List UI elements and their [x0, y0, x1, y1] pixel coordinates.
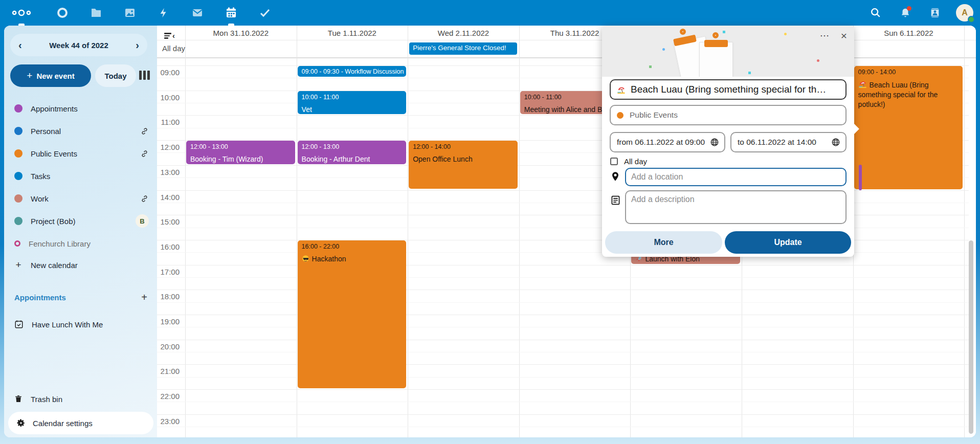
calendar-event[interactable]: 16:00 - 22:00Hackathon [298, 240, 407, 388]
calendar-color-icon [14, 149, 23, 158]
event-title: Vet [302, 105, 403, 115]
grid-line [157, 327, 969, 327]
share-link-icon[interactable] [140, 127, 149, 136]
search-icon[interactable] [865, 0, 886, 26]
location-input[interactable] [625, 168, 847, 186]
view-columns-icon[interactable] [139, 71, 150, 80]
day-header[interactable]: Wed 2.11.2022 [438, 29, 489, 37]
week-title[interactable]: Week 44 of 2022 [49, 41, 108, 50]
grid-line [157, 290, 969, 290]
contacts-app-icon[interactable] [52, 0, 73, 26]
calendar-name: Fenchurch Library [29, 239, 149, 248]
files-app-icon[interactable] [86, 0, 106, 26]
calendar-app-icon[interactable] [221, 0, 241, 26]
next-week-button[interactable]: › [136, 39, 139, 51]
activity-app-icon[interactable] [153, 0, 174, 26]
calendar-color-dot [617, 112, 623, 119]
trash-bin-button[interactable]: Trash bin [4, 390, 147, 408]
calendar-event[interactable]: 12:00 - 13:00Booking - Tim (Wizard) [186, 141, 295, 164]
share-link-icon[interactable] [140, 194, 149, 203]
calendar-color-icon [14, 172, 23, 180]
calendar-event[interactable]: 12:00 - 14:00Open Office Lunch [409, 141, 518, 189]
timezone-globe-icon[interactable] [710, 138, 719, 147]
calendar-event[interactable]: 12:00 - 13:00Booking - Arthur Dent [298, 141, 407, 164]
hour-label: 21:00 [157, 367, 180, 375]
allday-checkbox[interactable]: All day [610, 157, 647, 166]
sidebar-calendar-project-bob-[interactable]: Project (Bob)B [4, 210, 157, 232]
calendar-color-icon [14, 194, 23, 203]
prev-week-button[interactable]: ‹ [18, 39, 22, 51]
day-header[interactable]: Sun 6.11.2022 [884, 29, 933, 37]
hour-label: 16:00 [157, 242, 180, 251]
calendar-color-icon [14, 127, 23, 135]
notifications-bell-icon[interactable] [895, 0, 916, 26]
today-button[interactable]: Today [95, 64, 136, 87]
appointment-item[interactable]: Have Lunch With Me [4, 315, 147, 334]
more-button[interactable]: More [605, 231, 722, 254]
vertical-scrollbar[interactable] [969, 240, 973, 434]
description-icon [611, 195, 620, 205]
grid-line [297, 26, 297, 437]
calendar-name: Work [31, 194, 140, 203]
sidebar-calendar-fenchurch-library[interactable]: Fenchurch Library [4, 232, 157, 255]
allday-event[interactable]: Pierre's General Store Closed! [409, 42, 517, 55]
hour-label: 17:00 [157, 268, 180, 276]
shared-by-badge[interactable]: B [136, 214, 149, 228]
calendar-name: Personal [31, 127, 140, 136]
start-date-field[interactable]: from 06.11.2022 at 09:00 [610, 132, 725, 152]
event-title: Booking - Arthur Dent [302, 154, 403, 164]
hour-label: 09:00 [157, 68, 180, 77]
calendar-event[interactable]: 09:00 - 09:30 - Workflow Discussion [298, 66, 407, 77]
calendar-event[interactable]: 09:00 - 14:00Beach Luau (Bring something… [854, 66, 963, 189]
collapse-allday-icon[interactable]: ‹ [164, 32, 175, 40]
hour-label: 22:00 [157, 392, 180, 401]
beach-emoji [617, 85, 626, 94]
mail-app-icon[interactable] [187, 0, 208, 26]
event-title: Booking - Tim (Wizard) [190, 154, 291, 164]
timezone-globe-icon[interactable] [831, 138, 840, 147]
calendar-picker[interactable]: Public Events [610, 105, 847, 125]
event-title-input[interactable]: Beach Luau (Bring something special for … [610, 79, 847, 100]
appointments-heading: Appointments [14, 293, 66, 302]
gear-icon [16, 418, 26, 428]
hour-label: 13:00 [157, 168, 180, 176]
calendar-settings-button[interactable]: Calendar settings [8, 412, 153, 434]
grid-line [964, 26, 965, 437]
grid-line [157, 389, 969, 390]
grid-line [185, 26, 186, 437]
popup-close-button[interactable]: × [841, 30, 847, 42]
checkbox-box[interactable] [610, 158, 618, 165]
day-header[interactable]: Tue 1.11.2022 [328, 29, 376, 37]
update-button[interactable]: Update [725, 231, 851, 254]
tasks-app-icon[interactable] [255, 0, 275, 26]
new-event-button[interactable]: + New event [10, 64, 91, 87]
contacts-menu-icon[interactable] [925, 0, 945, 26]
calendar-color-icon [14, 104, 23, 113]
hour-label: 23:00 [157, 417, 180, 426]
add-appointment-button[interactable]: + [141, 292, 147, 303]
beach-emoji [858, 80, 867, 88]
event-title: Open Office Lunch [413, 154, 514, 164]
sidebar-calendar-tasks[interactable]: Tasks [4, 165, 157, 187]
end-date-field[interactable]: to 06.11.2022 at 14:00 [730, 132, 847, 152]
photos-app-icon[interactable] [120, 0, 140, 26]
partially-hidden-event[interactable] [859, 165, 862, 190]
sidebar-calendar-work[interactable]: Work [4, 187, 157, 210]
sidebar-calendar-appointments[interactable]: Appointments [4, 97, 157, 120]
calendar-color-icon [14, 217, 23, 225]
event-title: Hackathon [302, 254, 403, 264]
day-header[interactable]: Thu 3.11.2022 [550, 29, 599, 37]
grid-line [157, 427, 969, 427]
sidebar-calendar-public-events[interactable]: Public Events [4, 142, 157, 165]
sidebar-calendar-personal[interactable]: Personal [4, 120, 157, 142]
popup-menu-button[interactable]: ⋯ [820, 30, 830, 42]
day-header[interactable]: Mon 31.10.2022 [213, 29, 269, 37]
plus-icon: + [27, 70, 32, 81]
share-link-icon[interactable] [140, 149, 149, 158]
nextcloud-logo-icon[interactable] [11, 0, 32, 26]
avatar[interactable]: A [954, 0, 975, 26]
calendar-event[interactable]: 10:00 - 11:00Vet [298, 91, 407, 115]
new-calendar-button[interactable]: + New calendar [4, 256, 147, 274]
location-pin-icon [611, 171, 619, 182]
description-input[interactable] [625, 190, 847, 224]
